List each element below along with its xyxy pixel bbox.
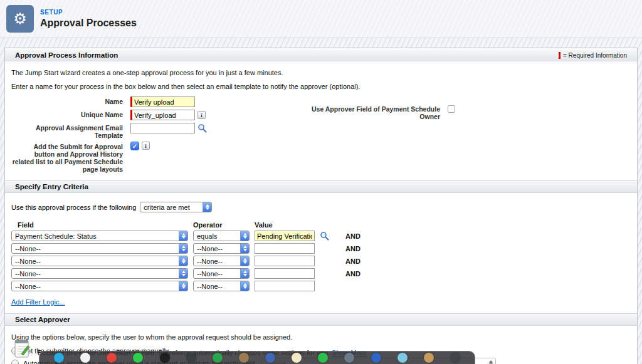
intro-line-2: Enter a name for your process in the box… (11, 83, 631, 90)
operator-select[interactable]: --None-- (193, 268, 250, 279)
select-stepper-icon (179, 231, 187, 241)
section1-title: Approval Process Information (15, 51, 118, 59)
section-select-approver: Select Approver (5, 313, 637, 326)
entry-criteria-body: Use this approval process if the followi… (5, 193, 637, 313)
name-input[interactable] (130, 96, 195, 107)
field-select[interactable]: --None-- (11, 256, 188, 266)
conjunction-label: AND (345, 270, 360, 278)
notes-dock-icon[interactable] (292, 353, 302, 363)
setup-breadcrumb: SETUP (40, 9, 137, 16)
browser-dock-icon[interactable] (80, 353, 90, 363)
approval-info-body: The Jump Start wizard creates a one-step… (5, 61, 637, 180)
add-submit-label: Add the Submit for Approval button and A… (11, 142, 123, 173)
criteria-row-5: --None-- --None-- (11, 281, 631, 291)
twitter-dock-icon[interactable] (54, 353, 64, 363)
select-stepper-icon (240, 269, 249, 278)
email-template-row: Approval Assignment Email Template (11, 123, 631, 139)
operator-select[interactable]: equals (193, 231, 250, 241)
gear-icon: ⚙ (13, 11, 27, 26)
intro-line-1: The Jump Start wizard creates a one-step… (11, 69, 631, 76)
conjunction-label: AND (345, 232, 360, 240)
operator-select[interactable]: --None-- (193, 243, 250, 254)
select-stepper-icon (240, 281, 249, 291)
value-input[interactable] (255, 243, 315, 254)
column-header-operator: Operator (193, 221, 255, 229)
notepad-icon (13, 336, 31, 360)
column-header-value: Value (255, 221, 315, 229)
criteria-mode-select[interactable]: criteria are met (140, 202, 212, 212)
add-filter-logic-link[interactable]: Add Filter Logic... (11, 298, 65, 306)
setup-header: ⚙ SETUP Approval Processes (0, 0, 642, 38)
field-select[interactable]: Payment Schedule: Status (11, 231, 188, 241)
recorder-dock-icon[interactable] (107, 353, 117, 363)
select-stepper-icon (203, 202, 211, 212)
select-stepper-icon (179, 281, 187, 291)
app-lightblue-dock-icon[interactable] (397, 353, 408, 363)
value-input[interactable] (255, 231, 315, 241)
info-icon[interactable]: i (197, 111, 206, 119)
criteria-lead: Use this approval process if the followi… (11, 202, 631, 212)
add-submit-row: Add the Submit for Approval button and A… (11, 142, 631, 173)
email-template-input[interactable] (130, 123, 195, 133)
email-template-label: Approval Assignment Email Template (11, 123, 123, 139)
select-stepper-icon (487, 358, 495, 364)
app-dark-dock-icon[interactable] (450, 353, 460, 363)
conjunction-label: AND (345, 257, 360, 265)
field-select[interactable]: --None-- (11, 268, 188, 279)
whatsapp-dock-icon[interactable] (133, 353, 143, 363)
downloads-dock-icon[interactable] (318, 353, 328, 363)
operator-select[interactable]: --None-- (193, 281, 250, 291)
section-specify-entry-criteria: Specify Entry Criteria (5, 180, 637, 193)
dock (39, 351, 475, 364)
code-editor-dock-icon[interactable] (186, 353, 196, 363)
unique-name-input[interactable] (130, 110, 195, 120)
page-title: Approval Processes (40, 18, 137, 29)
select-stepper-icon (179, 256, 187, 266)
required-bar-icon (559, 52, 560, 59)
criteria-row-2: --None-- --None-- AND (11, 243, 631, 254)
info-icon[interactable]: i (142, 142, 150, 150)
criteria-column-headers: Field Operator Value (11, 221, 631, 229)
value-input[interactable] (255, 256, 315, 266)
criteria-lead-text: Use this approval process if the followi… (11, 204, 136, 211)
section-approval-process-information: Approval Process Information = Required … (5, 49, 637, 61)
value-input[interactable] (255, 281, 315, 291)
app-blue-dock-icon[interactable] (371, 353, 381, 363)
section2-title: Specify Entry Criteria (15, 183, 88, 190)
field-select[interactable]: --None-- (11, 243, 188, 254)
terminal-dock-icon[interactable] (160, 353, 170, 363)
approver-field-checkbox[interactable] (448, 105, 455, 113)
package-dock-icon[interactable] (424, 353, 434, 363)
unique-name-label: Unique Name (11, 110, 123, 118)
page: ⚙ SETUP Approval Processes Approval Proc… (0, 0, 642, 364)
add-submit-checkbox[interactable]: ✓ (130, 142, 139, 150)
section3-title: Select Approver (15, 316, 70, 323)
lookup-magnifier-icon[interactable] (197, 123, 207, 133)
approver-field-label: Use Approver Field of Payment Schedule O… (295, 105, 440, 120)
select-stepper-icon (179, 244, 187, 253)
select-stepper-icon (179, 269, 187, 278)
app-gray-dock-icon[interactable] (344, 353, 354, 363)
criteria-row-3: --None-- --None-- AND (11, 256, 631, 266)
spreadsheet-dock-icon[interactable] (213, 353, 223, 363)
column-header-field: Field (11, 221, 193, 229)
approver-field-row: Use Approver Field of Payment Schedule O… (295, 105, 455, 120)
required-info-text: = Required Information (563, 52, 627, 59)
select-stepper-icon (240, 231, 249, 241)
conjunction-label: AND (345, 245, 360, 252)
select-stepper-icon (240, 256, 249, 266)
setup-app-tile[interactable]: ⚙ (6, 5, 34, 33)
criteria-row-4: --None-- --None-- AND (11, 268, 631, 279)
facebook-dock-icon[interactable] (265, 353, 275, 363)
content-box: Approval Process Information = Required … (4, 48, 638, 364)
operator-select[interactable]: --None-- (193, 256, 250, 266)
name-label: Name (11, 96, 123, 105)
field-select[interactable]: --None-- (11, 281, 188, 291)
lookup-magnifier-icon[interactable] (320, 231, 329, 241)
criteria-row-1: Payment Schedule: Status equals AND (11, 231, 631, 241)
required-info-legend: = Required Information (559, 52, 627, 59)
value-input[interactable] (255, 268, 315, 279)
select-stepper-icon (240, 244, 249, 253)
photos-dock-icon[interactable] (239, 353, 249, 363)
